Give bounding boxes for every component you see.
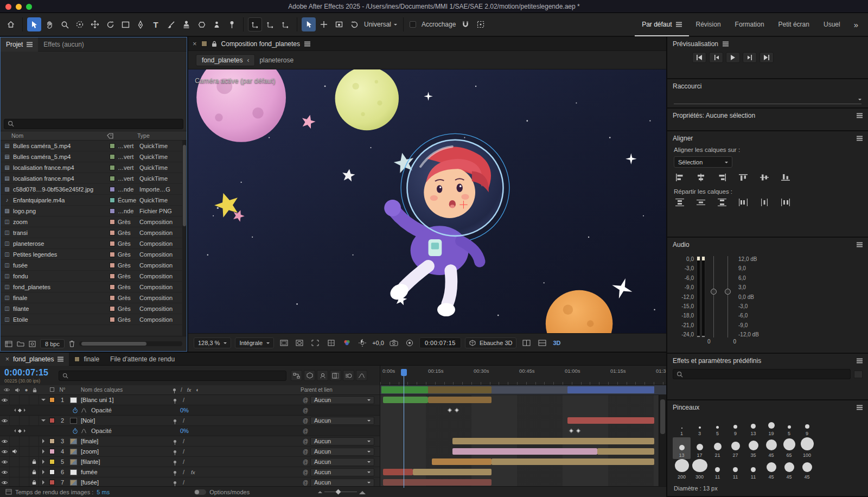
expand-toggle[interactable] xyxy=(39,418,48,423)
property-row[interactable]: Opacité 0% @ xyxy=(0,426,666,436)
breadcrumb-parent-comp[interactable]: fond_planetes‹ xyxy=(196,54,255,66)
align-left-icon[interactable] xyxy=(675,173,685,182)
zoom-slider-thumb[interactable] xyxy=(336,489,341,495)
local-axis-mode-button[interactable] xyxy=(248,17,262,31)
solo-column-icon[interactable]: ● xyxy=(25,387,28,393)
layer-name[interactable]: [finale] xyxy=(78,438,169,444)
pan-camera-tool[interactable] xyxy=(88,17,102,31)
shortcut-select[interactable] xyxy=(674,94,861,104)
fader-value-right[interactable]: 0 xyxy=(733,339,737,345)
snapshot-camera-icon[interactable] xyxy=(388,337,400,348)
parent-pickwhip-icon[interactable]: @ xyxy=(301,459,310,465)
snap-magnet-icon[interactable] xyxy=(458,17,473,31)
layer-name[interactable]: fumée xyxy=(78,469,169,475)
search-input[interactable] xyxy=(4,119,183,129)
layer-bar[interactable] xyxy=(383,479,492,486)
layer-track[interactable] xyxy=(380,436,666,447)
expand-toggle[interactable] xyxy=(39,398,48,402)
label-color-chip[interactable] xyxy=(107,252,118,257)
layer-bar[interactable] xyxy=(432,458,492,465)
brush-preset[interactable]: 300 xyxy=(691,459,709,481)
layer-bar[interactable] xyxy=(597,448,654,455)
eye-icon[interactable] xyxy=(0,447,10,457)
timecode-value[interactable]: 0:00:07:15 xyxy=(4,368,54,378)
layer-bar[interactable] xyxy=(383,397,428,403)
label-color-chip[interactable] xyxy=(107,230,118,235)
workspace-tab-revision[interactable]: Révision xyxy=(689,12,728,36)
graph-editor-icon[interactable] xyxy=(356,370,367,381)
label-color-chip[interactable] xyxy=(107,241,118,246)
parent-select[interactable]: Aucun xyxy=(310,458,374,466)
audio-toggle[interactable] xyxy=(10,416,20,426)
layer-row[interactable]: 4 [zoom] / @ Aucun xyxy=(0,447,666,457)
label-color-chip[interactable] xyxy=(107,165,118,170)
pen-tool[interactable] xyxy=(133,17,148,31)
lock-icon[interactable] xyxy=(29,457,39,467)
timeline-tab-fond-planetes[interactable]: ×fond_planetes xyxy=(0,353,69,366)
scrollbar-thumb[interactable] xyxy=(660,399,665,434)
rotation-mode-button[interactable] xyxy=(347,17,361,31)
solo-toggle[interactable] xyxy=(20,436,29,447)
rectangle-tool[interactable] xyxy=(118,17,132,31)
label-color-chip[interactable] xyxy=(107,219,118,225)
eye-icon[interactable] xyxy=(0,467,10,477)
project-item-row[interactable]: ◫ fond_planetes Grès Composition xyxy=(1,282,187,292)
brush-preset[interactable]: 19 xyxy=(762,416,780,437)
layer-row[interactable]: 5 [filante] / @ Aucun xyxy=(0,457,666,467)
brush-preset[interactable]: 13 xyxy=(744,416,762,437)
project-item-row[interactable]: ♪ Enfantquiparle.m4a Écume QuickTime xyxy=(1,195,187,206)
lock-icon[interactable] xyxy=(212,41,217,47)
position-mode-button[interactable] xyxy=(317,17,331,31)
parent-select[interactable]: Aucun xyxy=(310,468,374,476)
brush-preset[interactable]: 3 xyxy=(691,416,709,437)
layer-bar[interactable] xyxy=(452,448,597,455)
project-item-row[interactable]: ▨ logo.png …nde Fichier PNG xyxy=(1,206,187,216)
timeline-zoom-slider[interactable] xyxy=(318,489,366,495)
column-header-label-icon[interactable] xyxy=(107,133,137,139)
composition-mini-flowchart-icon[interactable] xyxy=(291,370,302,381)
layer-switches[interactable]: / xyxy=(169,448,239,455)
audio-fader-left[interactable] xyxy=(706,256,720,337)
solo-toggle[interactable] xyxy=(20,457,29,467)
view-layout-icon[interactable] xyxy=(520,337,532,348)
property-name[interactable]: Opacité xyxy=(88,407,180,413)
panel-menu-icon[interactable] xyxy=(857,360,863,361)
layer-bar[interactable] xyxy=(452,438,654,444)
mask-visibility-icon[interactable] xyxy=(293,337,305,348)
fader-value-left[interactable]: 0 xyxy=(707,339,711,345)
hand-tool[interactable] xyxy=(42,17,56,31)
composition-viewport[interactable]: Caméra active (par défaut) xyxy=(188,69,666,333)
distribute-center-vertical-icon[interactable] xyxy=(696,198,706,207)
project-item-row[interactable]: ▤ Bulles caméra_5.mp4 …vert QuickTime xyxy=(1,151,187,162)
close-window-button[interactable] xyxy=(5,4,11,10)
parent-select[interactable]: Aucun xyxy=(310,448,374,456)
previous-frame-button[interactable] xyxy=(709,52,723,63)
layer-label-chip[interactable] xyxy=(48,449,56,454)
brush-diameter-label[interactable]: Diamètre : 13 px xyxy=(674,485,868,492)
workspace-tab-formation[interactable]: Formation xyxy=(728,12,771,36)
parent-pickwhip-icon[interactable]: @ xyxy=(301,449,310,455)
parent-pickwhip-icon[interactable]: @ xyxy=(301,469,310,475)
parent-pickwhip-icon[interactable]: @ xyxy=(301,397,310,403)
project-horizontal-scrollbar[interactable] xyxy=(79,341,182,346)
eye-column-icon[interactable] xyxy=(3,387,10,392)
solo-toggle[interactable] xyxy=(20,447,29,457)
options-modes-toggle[interactable] xyxy=(194,489,206,495)
brush-preset[interactable]: 9 xyxy=(798,416,816,437)
expand-toggle[interactable] xyxy=(39,480,48,485)
universal-mode-select[interactable]: Universal xyxy=(364,21,397,28)
label-color-chip[interactable] xyxy=(107,306,118,311)
panel-menu-icon[interactable] xyxy=(857,407,863,408)
exposure-icon[interactable] xyxy=(356,337,368,348)
home-icon[interactable] xyxy=(4,17,18,31)
distribute-top-icon[interactable] xyxy=(675,198,685,207)
layer-label-chip[interactable] xyxy=(48,469,56,475)
layer-name[interactable]: [filante] xyxy=(78,458,169,465)
solo-toggle[interactable] xyxy=(20,416,29,426)
solo-toggle[interactable] xyxy=(20,467,29,477)
parent-pickwhip-icon[interactable]: @ xyxy=(301,418,310,424)
expand-toggle[interactable] xyxy=(39,460,48,464)
stopwatch-icon[interactable] xyxy=(71,407,79,413)
fader-knob[interactable] xyxy=(725,289,731,295)
expand-toggle[interactable] xyxy=(39,439,48,443)
